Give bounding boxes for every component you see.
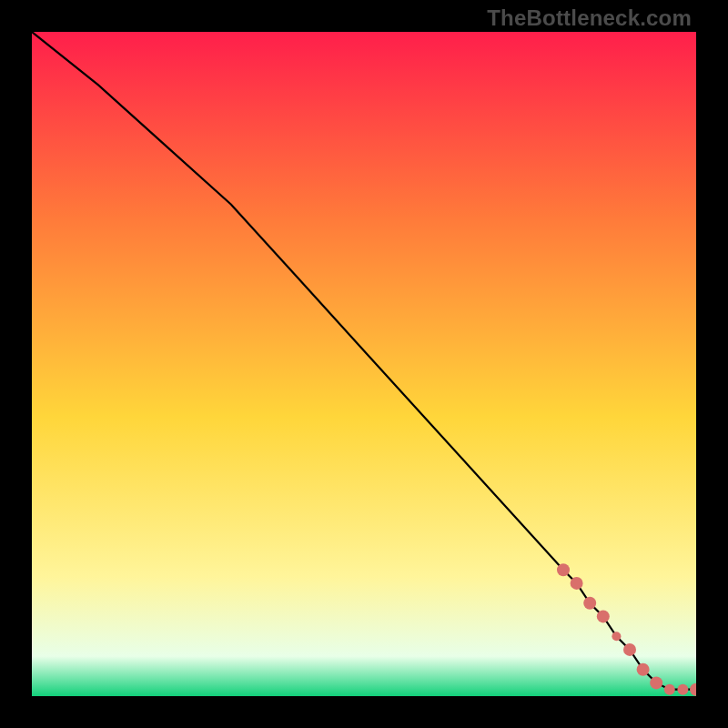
marker-point [664,684,675,695]
marker-point [637,663,650,676]
gradient-background [32,32,696,696]
plot-area [32,32,696,696]
marker-point [677,684,688,695]
watermark-label: TheBottleneck.com [487,5,692,31]
marker-point [612,632,621,641]
marker-point [583,597,596,610]
chart-canvas [32,32,696,696]
marker-point [557,563,570,576]
chart-frame: TheBottleneck.com [0,0,728,728]
marker-point [597,610,610,622]
marker-point [623,643,636,656]
marker-point [650,676,662,689]
marker-point [571,577,583,590]
